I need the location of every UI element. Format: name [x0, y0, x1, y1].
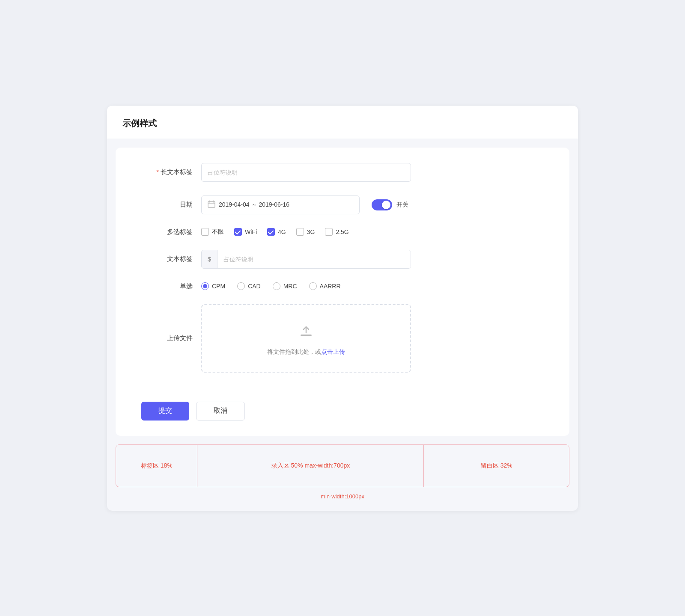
required-star: *: [156, 168, 159, 175]
min-width-note: min-width:1000px: [107, 487, 578, 502]
checkbox-unlimited-box[interactable]: [201, 228, 209, 236]
guide-blank-text: 留白区 32%: [481, 462, 512, 470]
checkbox-group: 不限 WiFi 4G 3G 2.5G: [201, 228, 349, 236]
guide-input-section: 录入区 50% max-width:700px: [197, 445, 424, 487]
toggle-wrapper: 开关: [372, 199, 408, 210]
radio-cpm[interactable]: CPM: [201, 282, 225, 290]
toggle-switch[interactable]: [372, 199, 392, 210]
upload-row: 上传文件 将文件拖到此处，或点击上传: [116, 304, 569, 373]
layout-guide: 标签区 18% 录入区 50% max-width:700px 留白区 32%: [116, 444, 569, 487]
guide-label-section: 标签区 18%: [116, 445, 197, 487]
toggle-label: 开关: [396, 201, 408, 209]
upload-label: 上传文件: [141, 334, 201, 342]
checkbox-4g[interactable]: 4G: [267, 228, 286, 236]
checkbox-wifi-label: WiFi: [245, 228, 257, 235]
radio-cpm-label: CPM: [212, 283, 225, 290]
radio-row: 单选 CPM CAD MRC AARRR: [116, 282, 569, 290]
checkbox-25g-box[interactable]: [325, 228, 333, 236]
upload-icon: [297, 321, 316, 342]
upload-click-link[interactable]: 点击上传: [321, 348, 345, 355]
radio-cpm-circle[interactable]: [201, 282, 209, 290]
date-row: 日期 2019-04-04 ～ 2019-06-16 开关: [116, 195, 569, 214]
checkbox-unlimited-label: 不限: [212, 228, 224, 236]
multi-label-row: 多选标签 不限 WiFi 4G 3G: [116, 228, 569, 236]
svg-rect-0: [208, 201, 215, 207]
date-label: 日期: [141, 201, 201, 209]
checkbox-unlimited[interactable]: 不限: [201, 228, 224, 236]
radio-mrc[interactable]: MRC: [273, 282, 297, 290]
checkbox-3g[interactable]: 3G: [296, 228, 315, 236]
svg-rect-4: [301, 335, 312, 336]
checkbox-wifi-box[interactable]: [234, 228, 242, 236]
radio-cad-label: CAD: [248, 283, 261, 290]
date-picker[interactable]: 2019-04-04 ～ 2019-06-16: [201, 195, 360, 214]
submit-button[interactable]: 提交: [141, 402, 189, 421]
guide-input-text: 录入区 50% max-width:700px: [271, 462, 350, 470]
radio-cad[interactable]: CAD: [237, 282, 261, 290]
long-text-label: *长文本标签: [141, 168, 201, 176]
prefix-input-wrapper: $: [201, 250, 411, 269]
checkbox-3g-label: 3G: [307, 228, 315, 235]
upload-area[interactable]: 将文件拖到此处，或点击上传: [201, 304, 411, 373]
title-bar: 示例样式: [107, 106, 578, 139]
page-title: 示例样式: [122, 118, 157, 128]
radio-group: CPM CAD MRC AARRR: [201, 282, 341, 290]
long-text-input[interactable]: [201, 163, 411, 182]
radio-aarrr-label: AARRR: [320, 283, 341, 290]
checkbox-4g-box[interactable]: [267, 228, 275, 236]
text-field-label: 文本标签: [141, 255, 201, 263]
radio-aarrr-circle[interactable]: [309, 282, 317, 290]
upload-hint-text: 将文件拖到此处，或: [267, 348, 321, 355]
radio-label: 单选: [141, 282, 201, 290]
checkbox-25g-label: 2.5G: [336, 228, 348, 235]
guide-blank-section: 留白区 32%: [424, 445, 569, 487]
radio-mrc-circle[interactable]: [273, 282, 280, 290]
cancel-button[interactable]: 取消: [196, 402, 245, 421]
upload-hint: 将文件拖到此处，或点击上传: [267, 348, 345, 356]
checkbox-3g-box[interactable]: [296, 228, 304, 236]
guide-label-text: 标签区 18%: [141, 462, 173, 470]
calendar-icon: [208, 200, 215, 210]
radio-cad-circle[interactable]: [237, 282, 245, 290]
outer-card: 示例样式 *长文本标签 日期 2019-04-0: [107, 106, 578, 511]
radio-aarrr[interactable]: AARRR: [309, 282, 341, 290]
multi-label: 多选标签: [141, 228, 201, 236]
form-card: *长文本标签 日期 2019-04-04 ～ 2019-06-16: [116, 148, 569, 436]
toggle-knob: [382, 201, 390, 209]
text-input[interactable]: [217, 250, 411, 268]
date-value: 2019-04-04 ～ 2019-06-16: [219, 201, 289, 209]
checkbox-4g-label: 4G: [278, 228, 286, 235]
checkbox-25g[interactable]: 2.5G: [325, 228, 348, 236]
dollar-prefix: $: [202, 250, 217, 268]
long-text-row: *长文本标签: [116, 163, 569, 182]
button-row: 提交 取消: [116, 386, 569, 421]
radio-mrc-label: MRC: [283, 283, 297, 290]
checkbox-wifi[interactable]: WiFi: [234, 228, 257, 236]
text-label-row: 文本标签 $: [116, 250, 569, 269]
